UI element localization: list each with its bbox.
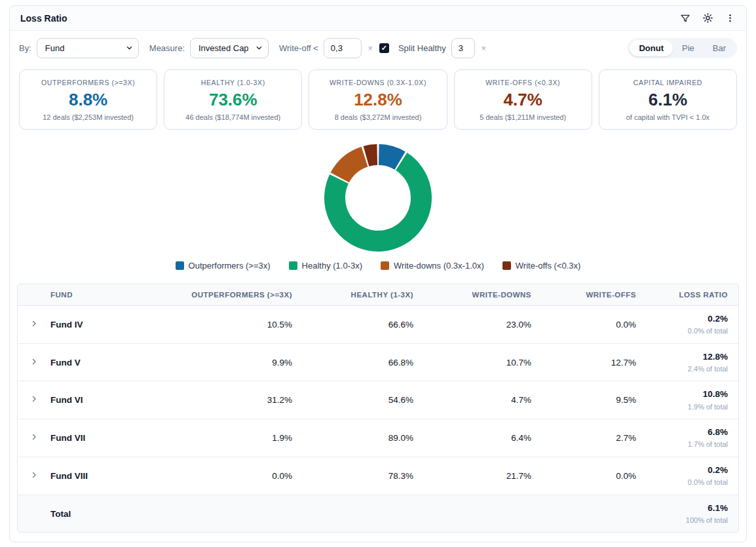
controls-bar: By: Fund Measure: Invested Capital Write… <box>10 31 746 66</box>
expand-row-button[interactable] <box>18 457 50 495</box>
stat-cards: OUTPERFORMERS (>=3X) 8.8% 12 deals ($2,2… <box>10 66 746 136</box>
cell-outperformers: 10.5% <box>162 305 303 343</box>
cell-outperformers: 31.2% <box>162 381 303 419</box>
cell-write-offs: 2.7% <box>542 419 647 457</box>
split-healthy-clear-button[interactable]: × <box>482 44 486 53</box>
legend-item-write-downs: Write-downs (0.3x-1.0x) <box>381 261 484 271</box>
legend-swatch <box>176 261 184 270</box>
funds-table: FUND OUTPERFORMERS (>=3X) HEALTHY (1-3X)… <box>17 284 739 533</box>
table-row[interactable]: Fund VIII 0.0% 78.3% 21.7% 0.0% 0.2%0.0%… <box>18 457 738 495</box>
stat-label: WRITE-OFFS (<0.3X) <box>460 79 586 86</box>
legend-item-write-offs: Write-offs (<0.3x) <box>502 261 581 271</box>
total-loss-ratio: 6.1%100% of total <box>647 495 738 532</box>
stat-subtext: of capital with TVPI < 1.0x <box>605 113 731 121</box>
stat-label: WRITE-DOWNS (0.3X-1.0X) <box>314 79 441 86</box>
brightness-icon[interactable] <box>702 12 713 24</box>
chevron-right-icon <box>30 358 38 366</box>
split-healthy-label: Split Healthy <box>398 43 446 53</box>
col-header-outperformers: OUTPERFORMERS (>=3X) <box>162 284 303 306</box>
expand-row-button[interactable] <box>18 381 50 419</box>
writeoff-label: Write-off < <box>279 43 318 53</box>
table-row[interactable]: Fund IV 10.5% 66.6% 23.0% 0.0% 0.2%0.0% … <box>18 305 738 343</box>
table-total-row: Total 6.1%100% of total <box>18 495 738 532</box>
cell-write-downs: 6.4% <box>424 419 542 457</box>
cell-write-offs: 9.5% <box>542 381 647 419</box>
filter-icon[interactable] <box>679 12 691 24</box>
stat-subtext: 5 deals ($1,211M invested) <box>460 113 586 121</box>
measure-label: Measure: <box>149 43 185 53</box>
total-spacer <box>18 495 50 532</box>
kebab-menu-icon[interactable] <box>724 12 736 24</box>
table-row[interactable]: Fund VI 31.2% 54.6% 4.7% 9.5% 10.8%1.9% … <box>18 381 738 419</box>
cell-write-downs: 10.7% <box>424 343 542 381</box>
cell-loss-ratio: 6.8%1.7% of total <box>647 419 738 457</box>
stat-value: 6.1% <box>605 90 731 110</box>
stat-card-write-downs: WRITE-DOWNS (0.3X-1.0X) 12.8% 8 deals ($… <box>309 69 447 130</box>
donut-chart <box>323 143 433 253</box>
fund-name: Fund IV <box>50 305 162 343</box>
cell-outperformers: 9.9% <box>162 343 303 381</box>
table-row[interactable]: Fund V 9.9% 66.8% 10.7% 12.7% 12.8%2.4% … <box>18 343 738 381</box>
cell-outperformers: 1.9% <box>162 419 303 457</box>
stat-card-healthy: HEALTHY (1.0-3X) 73.6% 46 deals ($18,774… <box>164 69 302 130</box>
cell-outperformers: 0.0% <box>162 457 303 495</box>
donut-chart-area <box>10 136 746 255</box>
expand-row-button[interactable] <box>18 419 50 457</box>
stat-label: OUTPERFORMERS (>=3X) <box>25 79 151 86</box>
legend-item-outperformers: Outperformers (>=3x) <box>176 261 271 271</box>
cell-write-downs: 4.7% <box>424 381 542 419</box>
stat-label: HEALTHY (1.0-3X) <box>170 79 296 86</box>
stat-card-capital-impaired: CAPITAL IMPAIRED 6.1% of capital with TV… <box>599 69 737 130</box>
cell-write-offs: 0.0% <box>542 457 647 495</box>
col-header-loss-ratio: LOSS RATIO <box>647 284 738 306</box>
fund-name: Fund VII <box>50 419 162 457</box>
cell-write-offs: 0.0% <box>542 305 647 343</box>
stat-subtext: 12 deals ($2,253M invested) <box>25 113 151 121</box>
stat-value: 4.7% <box>460 90 586 110</box>
header-actions <box>679 12 736 24</box>
chevron-right-icon <box>30 320 38 328</box>
fund-name: Fund VIII <box>50 457 162 495</box>
chevron-right-icon <box>30 471 38 479</box>
cell-healthy: 78.3% <box>303 457 424 495</box>
stat-value: 73.6% <box>170 90 296 110</box>
table-header-row: FUND OUTPERFORMERS (>=3X) HEALTHY (1-3X)… <box>18 284 738 306</box>
toggle-bar-button[interactable]: Bar <box>704 40 735 56</box>
cell-write-downs: 21.7% <box>424 457 542 495</box>
total-label: Total <box>50 495 162 532</box>
loss-ratio-panel: Loss Ratio By: Fund Measure: Invested Ca… <box>9 5 747 542</box>
fund-name: Fund VI <box>50 381 162 419</box>
cell-write-downs: 23.0% <box>424 305 542 343</box>
stat-label: CAPITAL IMPAIRED <box>605 79 731 86</box>
expand-row-button[interactable] <box>18 305 50 343</box>
writeoff-clear-button[interactable]: × <box>368 44 373 53</box>
chevron-right-icon <box>30 395 38 403</box>
split-healthy-input[interactable] <box>451 38 475 58</box>
cell-loss-ratio: 0.2%0.0% of total <box>647 457 738 495</box>
donut-slice[interactable] <box>331 147 368 182</box>
chart-type-toggle: Donut Pie Bar <box>628 38 737 58</box>
cell-loss-ratio: 10.8%1.9% of total <box>647 381 738 419</box>
writeoff-input[interactable] <box>324 38 362 58</box>
toggle-pie-button[interactable]: Pie <box>673 40 704 56</box>
expand-row-button[interactable] <box>18 343 50 381</box>
header-spacer <box>18 284 50 306</box>
cell-loss-ratio: 0.2%0.0% of total <box>647 305 738 343</box>
fund-name: Fund V <box>50 343 162 381</box>
legend-item-healthy: Healthy (1.0-3x) <box>289 261 362 271</box>
chart-legend: Outperformers (>=3x) Healthy (1.0-3x) Wr… <box>10 255 746 280</box>
cell-healthy: 66.8% <box>303 343 424 381</box>
col-header-write-offs: WRITE-OFFS <box>542 284 647 306</box>
split-healthy-checkbox[interactable] <box>379 43 389 53</box>
chevron-right-icon <box>30 433 38 441</box>
panel-header: Loss Ratio <box>10 6 746 31</box>
legend-swatch <box>502 261 511 270</box>
measure-select[interactable]: Invested Capital <box>190 38 269 58</box>
table-row[interactable]: Fund VII 1.9% 89.0% 6.4% 2.7% 6.8%1.7% o… <box>18 419 738 457</box>
legend-label: Outperformers (>=3x) <box>189 261 271 271</box>
stat-value: 12.8% <box>314 90 441 110</box>
toggle-donut-button[interactable]: Donut <box>630 40 673 56</box>
cell-healthy: 89.0% <box>303 419 424 457</box>
by-select[interactable]: Fund <box>37 38 139 58</box>
legend-label: Healthy (1.0-3x) <box>302 261 362 271</box>
